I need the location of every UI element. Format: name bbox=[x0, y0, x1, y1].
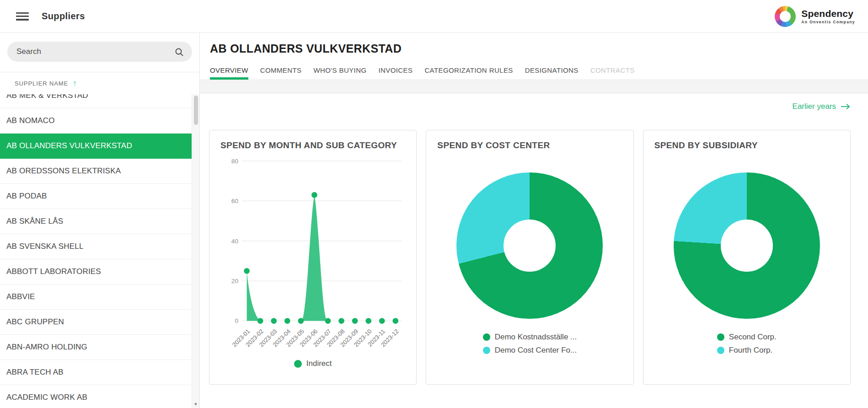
supplier-row[interactable]: ABBOTT LABORATORIES bbox=[0, 259, 192, 285]
legend-label: Demo Cost Center Fo... bbox=[495, 346, 577, 355]
top-bar: Suppliers Spendency An Onventis Company bbox=[0, 0, 868, 33]
page-title: AB OLLANDERS VULKVERKSTAD bbox=[210, 42, 868, 55]
supplier-header: AB OLLANDERS VULKVERKSTAD OVERVIEWCOMMEN… bbox=[200, 33, 868, 80]
menu-icon[interactable] bbox=[16, 12, 29, 21]
logo-ring-icon bbox=[775, 6, 796, 27]
svg-text:20: 20 bbox=[231, 278, 239, 285]
legend-dot bbox=[483, 333, 490, 341]
svg-text:80: 80 bbox=[231, 158, 239, 165]
legend-dot bbox=[717, 347, 724, 354]
supplier-row[interactable]: AB SKÅNE LÅS bbox=[0, 209, 192, 234]
tab-who-s-buying[interactable]: WHO'S BUYING bbox=[313, 66, 366, 80]
supplier-row[interactable]: AB OLLANDERS VULKVERKSTAD bbox=[0, 134, 192, 159]
chart-legend: Second Corp.Fourth Corp. bbox=[717, 333, 777, 355]
legend-label: Second Corp. bbox=[729, 333, 777, 342]
earlier-years-label: Earlier years bbox=[793, 102, 836, 111]
sidebar-scrollbar[interactable]: ▼ bbox=[192, 94, 199, 408]
scrolled-content-strip bbox=[200, 80, 868, 93]
supplier-row[interactable]: AB PODAB bbox=[0, 184, 192, 209]
sort-label: SUPPLIER NAME bbox=[15, 80, 68, 87]
card-title-spend-by-subsidiary: SPEND BY SUBSIDIARY bbox=[654, 140, 839, 150]
app-title: Suppliers bbox=[42, 11, 85, 21]
tab-contracts: CONTRACTS bbox=[590, 66, 635, 80]
chart-legend: Indirect bbox=[220, 359, 405, 368]
overview-content: Earlier years SPEND BY MONTH AND SUB CAT… bbox=[200, 93, 868, 408]
supplier-row[interactable]: ABN-AMRO HOLDING bbox=[0, 335, 192, 360]
brand-tagline: An Onventis Company bbox=[801, 20, 855, 24]
tab-comments[interactable]: COMMENTS bbox=[260, 66, 302, 80]
legend-label: Fourth Corp. bbox=[729, 346, 772, 355]
arrow-right-icon bbox=[841, 103, 851, 110]
chart-legend: Demo Kostnadsställe ...Demo Cost Center … bbox=[483, 333, 577, 355]
svg-text:0: 0 bbox=[235, 317, 238, 324]
supplier-row[interactable]: ACADEMIC WORK AB bbox=[0, 385, 192, 408]
legend-label: Indirect bbox=[306, 359, 332, 368]
supplier-list-area: AB MEK & VERKSTADAB NOMACOAB OLLANDERS V… bbox=[0, 94, 199, 408]
legend-item: Demo Kostnadsställe ... bbox=[483, 333, 577, 342]
brand-logo: Spendency An Onventis Company bbox=[775, 6, 859, 27]
svg-text:40: 40 bbox=[231, 238, 239, 245]
subsidiary-donut-chart bbox=[674, 172, 820, 319]
supplier-row[interactable]: ABC GRUPPEN bbox=[0, 310, 192, 335]
search-input[interactable] bbox=[7, 42, 192, 62]
tab-designations[interactable]: DESIGNATIONS bbox=[525, 66, 579, 80]
supplier-row[interactable]: ABBVIE bbox=[0, 285, 192, 310]
chart-cards: SPEND BY MONTH AND SUB CATEGORY 02040608… bbox=[209, 130, 851, 385]
spend-by-cost-center-card: SPEND BY COST CENTER Demo Kostnadsställe… bbox=[426, 130, 633, 385]
supplier-row[interactable]: AB OREDSSONS ELEKTRISKA bbox=[0, 159, 192, 184]
spend-by-month-chart: 0204060802023-012023-022023-032023-04202… bbox=[220, 151, 405, 358]
supplier-row[interactable]: AB MEK & VERKSTAD bbox=[0, 94, 192, 108]
cost-center-donut-chart bbox=[456, 172, 603, 319]
legend-item: Fourth Corp. bbox=[717, 346, 777, 355]
brand-name: Spendency bbox=[801, 8, 855, 19]
svg-text:60: 60 bbox=[231, 198, 239, 204]
tab-categorization-rules[interactable]: CATEGORIZATION RULES bbox=[424, 66, 513, 80]
legend-dot bbox=[717, 333, 724, 341]
tab-invoices[interactable]: INVOICES bbox=[379, 66, 413, 80]
search-area bbox=[0, 33, 199, 72]
legend-dot bbox=[294, 360, 302, 368]
card-title-spend-by-cost-center: SPEND BY COST CENTER bbox=[437, 140, 622, 150]
legend-item: Demo Cost Center Fo... bbox=[483, 346, 577, 355]
search-icon[interactable] bbox=[175, 48, 184, 57]
main-panel: AB OLLANDERS VULKVERKSTAD OVERVIEWCOMMEN… bbox=[200, 33, 868, 408]
supplier-row[interactable]: AB SVENSKA SHELL bbox=[0, 234, 192, 259]
card-title-spend-by-month: SPEND BY MONTH AND SUB CATEGORY bbox=[220, 140, 405, 150]
scrollbar-thumb[interactable] bbox=[194, 96, 198, 125]
supplier-row[interactable]: ABRA TECH AB bbox=[0, 360, 192, 385]
spend-by-month-card: SPEND BY MONTH AND SUB CATEGORY 02040608… bbox=[209, 130, 417, 385]
scrollbar-down-arrow-icon[interactable]: ▼ bbox=[192, 402, 199, 407]
tab-overview[interactable]: OVERVIEW bbox=[210, 66, 248, 80]
legend-label: Demo Kostnadsställe ... bbox=[495, 333, 577, 342]
earlier-years-link[interactable]: Earlier years bbox=[209, 100, 851, 113]
supplier-list: AB MEK & VERKSTADAB NOMACOAB OLLANDERS V… bbox=[0, 94, 192, 408]
legend-item: Second Corp. bbox=[717, 333, 777, 342]
legend-dot bbox=[483, 347, 490, 354]
supplier-row[interactable]: AB NOMACO bbox=[0, 108, 192, 134]
sort-header-supplier-name[interactable]: SUPPLIER NAME ↑ bbox=[0, 72, 199, 94]
brand-text: Spendency An Onventis Company bbox=[801, 8, 855, 24]
sort-ascending-icon: ↑ bbox=[73, 79, 77, 87]
supplier-tabs: OVERVIEWCOMMENTSWHO'S BUYINGINVOICESCATE… bbox=[210, 66, 868, 80]
suppliers-sidebar: SUPPLIER NAME ↑ AB MEK & VERKSTADAB NOMA… bbox=[0, 33, 200, 408]
spend-by-subsidiary-card: SPEND BY SUBSIDIARY Second Corp.Fourth C… bbox=[643, 130, 851, 385]
